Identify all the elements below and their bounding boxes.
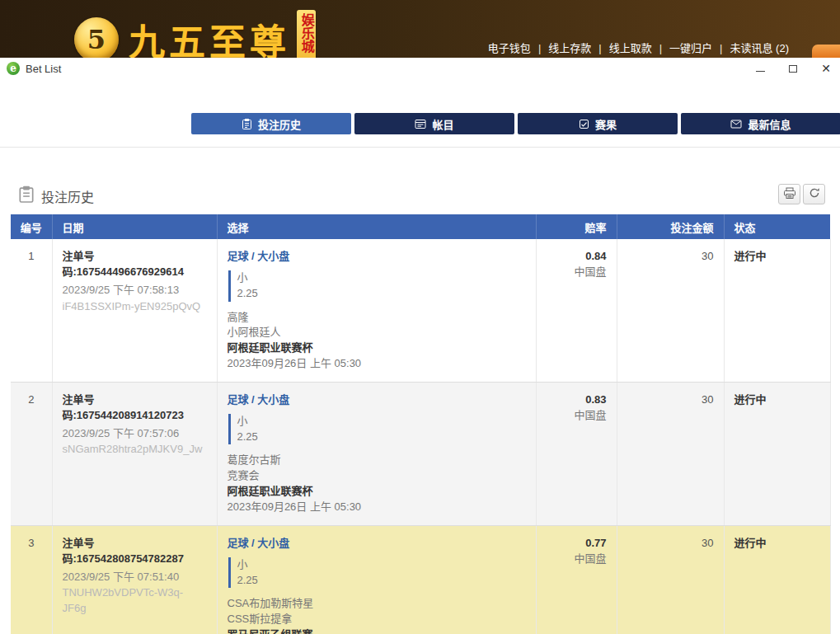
refresh-icon	[809, 187, 820, 201]
ticket-id: sNGamR28htra2pMJKV9_Jw	[63, 442, 207, 458]
nav-withdraw[interactable]: 线上取款	[609, 42, 652, 54]
pick: 小	[237, 270, 526, 286]
pick-block: 小 2.25	[228, 557, 526, 589]
bet-time: 2023/9/25 下午 07:58:13	[63, 283, 207, 298]
page-title: 投注历史	[41, 186, 94, 206]
col-header-odds: 赔率	[536, 214, 617, 239]
status-label: 进行中	[724, 239, 830, 382]
bet-time: 2023/9/25 下午 07:51:40	[63, 570, 207, 585]
bet-info-cell: 注单号码:167544496676929614 2023/9/25 下午 07:…	[52, 239, 217, 382]
close-button[interactable]: ✕	[820, 63, 832, 74]
table-row: 2 注单号码:167544208914120723 2023/9/25 下午 0…	[11, 382, 830, 525]
printer-icon	[783, 187, 796, 202]
table-row: 1 注单号码:167544496676929614 2023/9/25 下午 0…	[11, 239, 830, 382]
match-info: 高隆 小阿根廷人 阿根廷职业联赛杯 2023年09月26日 上午 05:30	[228, 310, 526, 372]
tab-latest-news[interactable]: 最新信息	[681, 113, 840, 134]
table-header-row: 编号 日期 选择 赔率 投注金额 状态	[11, 214, 830, 239]
bet-table: 编号 日期 选择 赔率 投注金额 状态 1 注单号码:1675444966769…	[11, 214, 831, 634]
header-nav: 电子钱包|线上存款|线上取款|一键归户|未读讯息 (2)	[488, 40, 789, 55]
match-time: 2023年09月26日 上午 05:30	[228, 356, 526, 372]
odds-cell: 0.77 中国盘	[536, 525, 617, 634]
refresh-button[interactable]	[803, 184, 825, 204]
window-title: Bet List	[26, 63, 61, 75]
window-titlebar: e Bet List ✕	[0, 58, 840, 79]
clipboard-icon	[242, 118, 252, 129]
brand: 5 九五至尊 娱乐城	[74, 7, 316, 58]
status-label: 进行中	[724, 525, 830, 634]
maximize-icon	[789, 65, 797, 73]
league-name: 罗马尼亚乙组联赛	[228, 627, 526, 634]
nav-one-key-transfer[interactable]: 一键归户	[669, 42, 712, 54]
results-icon	[579, 119, 589, 129]
minimize-icon	[756, 71, 765, 72]
league-name: 阿根廷职业联赛杯	[228, 484, 526, 500]
bet-number: 注单号码:167544496676929614	[63, 249, 207, 280]
handicap-line: 2.25	[237, 430, 526, 445]
bet-amount: 30	[617, 382, 724, 525]
row-number: 1	[11, 239, 52, 382]
tab-accounts[interactable]: 帐目	[354, 113, 514, 134]
tab-bar: 投注历史 帐目 赛果 最新信息	[191, 113, 840, 134]
mail-icon	[730, 120, 742, 129]
bet-number: 注单号码:167542808754782287	[63, 536, 207, 567]
match-info: 葛度尔古斯 竞赛会 阿根廷职业联赛杯 2023年09月26日 上午 05:30	[228, 453, 526, 514]
brand-badge: 娱乐城	[297, 10, 316, 58]
bet-time: 2023/9/25 下午 07:57:06	[63, 426, 207, 442]
nav-ewallet[interactable]: 电子钱包	[488, 42, 531, 54]
market-link[interactable]: 足球 / 大小盘	[228, 249, 526, 265]
col-header-date: 日期	[52, 214, 217, 239]
odds-type: 中国盘	[547, 408, 607, 424]
maximize-button[interactable]	[787, 63, 799, 74]
table-row: 3 注单号码:167542808754782287 2023/9/25 下午 0…	[11, 525, 830, 634]
home-team: CSA布加勒斯特星	[228, 596, 526, 612]
bet-table-body: 1 注单号码:167544496676929614 2023/9/25 下午 0…	[11, 239, 830, 634]
tab-label: 最新信息	[748, 116, 791, 132]
nav-separator: |	[659, 42, 662, 54]
odds-value: 0.77	[547, 536, 607, 552]
nav-separator: |	[538, 42, 541, 54]
match-info: CSA布加勒斯特星 CSS斯拉提拿 罗马尼亚乙组联赛 2023年09月25日 下…	[228, 596, 526, 634]
nav-deposit[interactable]: 线上存款	[548, 42, 591, 54]
market-link[interactable]: 足球 / 大小盘	[228, 536, 526, 552]
nav-unread-messages[interactable]: 未读讯息 (2)	[730, 42, 789, 54]
site-header: 5 九五至尊 娱乐城 电子钱包|线上存款|线上取款|一键归户|未读讯息 (2)	[0, 0, 840, 58]
row-number: 3	[11, 525, 52, 634]
tab-label: 赛果	[595, 116, 617, 132]
market-link[interactable]: 足球 / 大小盘	[228, 392, 526, 408]
tab-label: 帐目	[432, 116, 453, 132]
row-number: 2	[11, 382, 52, 525]
bet-amount: 30	[617, 239, 724, 382]
odds-value: 0.84	[547, 249, 607, 265]
ticket-id: iF4B1SSXIPm-yEN925pQvQ	[63, 299, 207, 315]
away-team: CSS斯拉提拿	[228, 612, 526, 627]
col-header-id: 编号	[11, 214, 52, 239]
col-header-selection: 选择	[217, 214, 536, 239]
selection-cell: 足球 / 大小盘 小 2.25 高隆 小阿根廷人 阿根廷职业联赛杯 2023年0…	[217, 239, 536, 382]
league-name: 阿根廷职业联赛杯	[228, 340, 526, 356]
status-label: 进行中	[724, 382, 830, 525]
ledger-icon	[415, 119, 426, 129]
odds-type: 中国盘	[547, 265, 607, 280]
away-team: 小阿根廷人	[228, 325, 526, 340]
browser-e-icon: e	[7, 62, 20, 75]
tab-label: 投注历史	[258, 116, 301, 132]
pick-block: 小 2.25	[228, 270, 526, 302]
tab-bet-history[interactable]: 投注历史	[191, 113, 351, 134]
pick-block: 小 2.25	[228, 414, 526, 445]
print-button[interactable]	[778, 184, 800, 204]
selection-cell: 足球 / 大小盘 小 2.25 CSA布加勒斯特星 CSS斯拉提拿 罗马尼亚乙组…	[217, 525, 536, 634]
bet-amount: 30	[617, 525, 724, 634]
pick: 小	[237, 557, 526, 573]
corner-floating-tab[interactable]	[812, 45, 840, 58]
bet-number: 注单号码:167544208914120723	[63, 392, 207, 424]
minimize-button[interactable]	[754, 63, 766, 74]
brand-logo-icon: 5	[74, 17, 119, 59]
pick: 小	[237, 414, 526, 430]
nav-separator: |	[598, 42, 601, 54]
home-team: 葛度尔古斯	[228, 453, 526, 468]
nav-separator: |	[720, 42, 722, 54]
odds-cell: 0.83 中国盘	[536, 382, 617, 525]
tab-results[interactable]: 赛果	[518, 113, 678, 134]
odds-type: 中国盘	[547, 552, 607, 567]
section-header: 投注历史	[0, 182, 840, 207]
